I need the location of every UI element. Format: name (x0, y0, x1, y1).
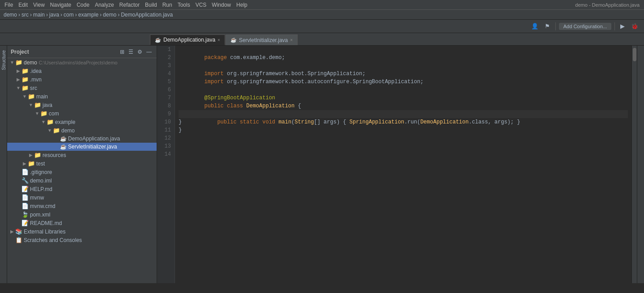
project-sidebar: Project ⊞ ☰ ⚙ — ▼ 📁 demo C:\Users\admins… (7, 46, 157, 283)
menu-item-run[interactable]: Run (160, 2, 175, 8)
line-num-3: 3 (161, 62, 171, 70)
breadcrumb-file[interactable]: DemoApplication.java (121, 12, 173, 18)
tree-label-resources: resources (43, 152, 66, 158)
main-layout: Structure Project ⊞ ☰ ⚙ — ▼ 📁 demo C:\Us… (0, 46, 644, 283)
settings-button[interactable]: ⚙ (136, 48, 144, 55)
menu-item-build[interactable]: Build (142, 2, 160, 8)
right-panel (637, 46, 644, 283)
breadcrumb-src[interactable]: src (21, 12, 29, 18)
menu-item-help[interactable]: Help (234, 2, 250, 8)
toolbar-separator2 (614, 22, 615, 30)
menu-item-code[interactable]: Code (74, 2, 92, 8)
editor-scrollbar[interactable] (631, 46, 637, 283)
tree-arrow-com: ▼ (34, 111, 40, 116)
tree-label-idea: .idea (30, 68, 42, 74)
code-line-11: } (179, 126, 628, 134)
line-num-7: 7 (161, 94, 171, 102)
tree-item-demo-folder[interactable]: ▼ 📁 demo (7, 126, 157, 135)
tab-servletinitializer[interactable]: ☕ ServletInitializer.java × (226, 34, 298, 45)
tree-arrow-example: ▼ (40, 119, 47, 124)
tree-item-demo-iml[interactable]: 🔧 demo.iml (7, 176, 157, 185)
tree-item-mvnw-cmd[interactable]: 📄 mvnw.cmd (7, 202, 157, 210)
folder-icon-src: 📁 (21, 85, 29, 91)
tree-item-java[interactable]: ▼ 📁 java (7, 101, 157, 109)
code-line-9: public static void main(String[] args) {… (179, 110, 628, 118)
tree-label-src: src (30, 85, 37, 91)
code-line-6: @SpringBootApplication (179, 86, 628, 94)
menu-item-navigate[interactable]: Navigate (47, 2, 74, 8)
tree-item-mvn[interactable]: ▶ 📁 .mvn (7, 75, 157, 84)
breadcrumb-java[interactable]: java (49, 12, 59, 18)
breadcrumb-main[interactable]: main (33, 12, 45, 18)
menu-item-view[interactable]: View (30, 2, 47, 8)
breadcrumb-sep: › (60, 12, 62, 18)
tree-item-resources[interactable]: ▶ 📁 resources (7, 151, 157, 159)
folder-icon-example: 📁 (47, 119, 54, 125)
menu-item-window[interactable]: Window (209, 2, 234, 8)
breadcrumb-sep: › (118, 12, 119, 18)
run-button[interactable]: ▶ (618, 22, 627, 30)
external-libraries-icon: 📚 (15, 228, 22, 235)
menu-item-vcs[interactable]: VCS (193, 2, 209, 8)
hide-button[interactable]: — (145, 48, 153, 55)
file-icon-pom-xml: 🍃 (21, 211, 29, 218)
menu-item-refactor[interactable]: Refactor (117, 2, 142, 8)
add-configuration-button[interactable]: Add Configuration... (559, 23, 611, 30)
tree-item-mvnw[interactable]: 📄 mvnw (7, 193, 157, 202)
tree-item-src[interactable]: ▼ 📁 src (7, 84, 157, 92)
tree-item-com[interactable]: ▼ 📁 com (7, 109, 157, 118)
tree-item-scratches[interactable]: 📋 Scratches and Consoles (7, 236, 157, 244)
vcs-button[interactable]: ⚑ (542, 22, 552, 30)
tree-arrow-root: ▼ (9, 60, 15, 65)
account-button[interactable]: 👤 (529, 22, 541, 30)
toolbar-right: 👤 ⚑ Add Configuration... ▶ 🐞 (529, 22, 640, 30)
tree-item-readme-md[interactable]: 📝 README.md (7, 219, 157, 227)
tree-item-servletinitializer-java[interactable]: ☕ ServletInitializer.java (7, 143, 157, 151)
menu-item-tools[interactable]: Tools (175, 2, 193, 8)
expand-all-button[interactable]: ⊞ (119, 48, 126, 55)
tree-item-external-libraries[interactable]: ▶ 📚 External Libraries (7, 227, 157, 236)
sidebar-header: Project ⊞ ☰ ⚙ — (7, 46, 157, 58)
tree-item-gitignore[interactable]: 📄 .gitignore (7, 168, 157, 176)
tree-item-main[interactable]: ▼ 📁 main (7, 92, 157, 101)
java-icon-servletinitializer: ☕ (60, 144, 67, 150)
breadcrumb-example[interactable]: example (78, 12, 98, 18)
tree-item-demoapplication-java[interactable]: ☕ DemoApplication.java (7, 135, 157, 143)
tree-item-help-md[interactable]: 📝 HELP.md (7, 185, 157, 193)
folder-icon-main: 📁 (28, 93, 35, 100)
collapse-all-button[interactable]: ☰ (127, 48, 135, 55)
menu-item-file[interactable]: File (2, 2, 16, 8)
tree-item-example[interactable]: ▼ 📁 example (7, 118, 157, 126)
left-panel: Structure (0, 46, 7, 283)
breadcrumb-sep: › (30, 12, 32, 18)
tree-label-java: java (43, 102, 52, 108)
tree-item-test[interactable]: ▶ 📁 test (7, 159, 157, 168)
tab-servletinitializer-close[interactable]: × (290, 38, 293, 42)
tree-item-pom-xml[interactable]: 🍃 pom.xml (7, 210, 157, 219)
breadcrumb-demo[interactable]: demo (4, 12, 17, 18)
tree-item-idea[interactable]: ▶ 📁 .idea (7, 67, 157, 75)
line-num-1: 1 (161, 46, 171, 54)
line-numbers: 1 2 3 4 5 6 7 8 9 10 11 12 13 14 (157, 46, 175, 283)
tree-label-scratches: Scratches and Consoles (24, 237, 82, 243)
breadcrumb-com[interactable]: com (64, 12, 74, 18)
file-icon-iml: 🔧 (21, 177, 29, 184)
tab-demoapplication[interactable]: ☕ DemoApplication.java × (150, 34, 225, 45)
breadcrumb-sep: › (46, 12, 48, 18)
code-editor[interactable]: package com.example.demo; import org.spr… (175, 46, 631, 283)
menu-item-analyze[interactable]: Analyze (92, 2, 117, 8)
debug-button[interactable]: 🐞 (629, 22, 640, 30)
line-num-2: 2 (161, 54, 171, 62)
breadcrumb-sep: › (18, 12, 20, 18)
tree-label-demoapplication: DemoApplication.java (68, 136, 120, 142)
structure-label[interactable]: Structure (0, 48, 7, 72)
tree-label-mvnw: mvnw (30, 195, 44, 201)
tree-label-mvnw-cmd: mvnw.cmd (30, 203, 55, 209)
tab-demoapplication-close[interactable]: × (218, 38, 220, 42)
scrollbar-thumb (633, 48, 636, 61)
line-num-14: 14 (161, 150, 171, 158)
breadcrumb-demo2[interactable]: demo (103, 12, 116, 18)
menu-item-edit[interactable]: Edit (16, 2, 30, 8)
sidebar-header-icons: ⊞ ☰ ⚙ — (119, 48, 153, 55)
tree-root[interactable]: ▼ 📁 demo C:\Users\admins\IdeaProjects\de… (7, 58, 157, 67)
